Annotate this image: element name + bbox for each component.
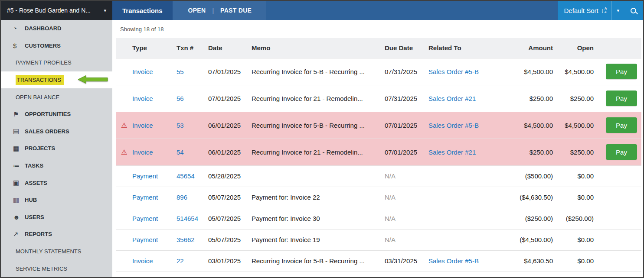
- txn-type-link[interactable]: Payment: [132, 194, 158, 201]
- sort-dropdown-caret[interactable]: ▾: [611, 1, 624, 20]
- header-type: Type: [116, 38, 177, 58]
- txn-date: 07/01/2025: [208, 95, 241, 102]
- txn-open-amount: ($250.00): [566, 215, 594, 222]
- txn-due-date: 07/31/2025: [385, 68, 417, 75]
- txn-due-date: 07/01/2025: [385, 149, 417, 156]
- sidebar-item-label: OPPORTUNITIES: [25, 111, 71, 117]
- txn-open-amount: $0.00: [577, 257, 594, 265]
- sidebar-item-customers[interactable]: $CUSTOMERS: [1, 37, 112, 55]
- txn-memo: Recurring Invoice for 5-B - Recurring ..…: [252, 122, 365, 129]
- txn-number-link[interactable]: 53: [177, 122, 184, 129]
- txn-date: 07/01/2025: [208, 68, 241, 75]
- sales-orders-icon: ▤: [13, 127, 25, 135]
- sidebar-item-label: DASHBOARD: [25, 25, 62, 32]
- tab-transactions[interactable]: Transactions: [112, 1, 173, 20]
- table-row: Invoice2203/01/2025Recurring Invoice for…: [116, 250, 641, 272]
- sidebar-item-sales-orders[interactable]: ▤SALES ORDERS: [1, 123, 112, 140]
- past-due-warning-icon: ⚠: [121, 121, 132, 129]
- txn-number-link[interactable]: 35662: [177, 236, 195, 243]
- account-selector[interactable]: #5 - Rose Bud Garden and N... ▾: [1, 1, 112, 20]
- pay-button[interactable]: Pay: [606, 91, 637, 106]
- pay-button[interactable]: Pay: [606, 117, 637, 133]
- filter-links: OPEN | PAST DUE: [173, 1, 267, 20]
- sidebar-item-monthly-statements[interactable]: MONTHLY STATEMENTS: [1, 243, 112, 260]
- table-row: ⚠Invoice5406/01/2025Recurring Invoice fo…: [116, 139, 641, 165]
- header-due-date: Due Date: [385, 38, 428, 58]
- pay-button[interactable]: Pay: [606, 64, 637, 79]
- sidebar-item-opportunities[interactable]: ⚑OPPORTUNITIES: [1, 106, 112, 123]
- txn-type-link[interactable]: Payment: [132, 172, 158, 180]
- sidebar-item-label: SALES ORDERS: [25, 128, 69, 135]
- related-to-link[interactable]: Sales Order #5-B: [428, 122, 479, 129]
- txn-date: 06/01/2025: [208, 122, 241, 129]
- showing-count: Showing 18 of 18: [120, 26, 643, 32]
- txn-number-link[interactable]: 896: [177, 194, 187, 201]
- txn-number-link[interactable]: 56: [177, 95, 184, 102]
- txn-date: 05/28/2025: [208, 172, 241, 180]
- sidebar-item-users[interactable]: ☻USERS: [1, 209, 112, 226]
- txn-memo: Recurring Invoice for 5-B - Recurring ..…: [252, 257, 365, 265]
- txn-number-link[interactable]: 22: [177, 257, 184, 265]
- sidebar-item-hub[interactable]: ▥HUB: [1, 191, 112, 209]
- transactions-table-body: Invoice5507/01/2025Recurring Invoice for…: [116, 58, 641, 272]
- txn-type-link[interactable]: Invoice: [132, 149, 153, 156]
- txn-due-date: 07/31/2025: [385, 95, 417, 102]
- txn-number-link[interactable]: 54: [177, 149, 184, 156]
- txn-type-link[interactable]: Payment: [132, 236, 158, 243]
- txn-amount: $250.00: [530, 95, 553, 102]
- sidebar-item-payment-profiles[interactable]: PAYMENT PROFILES: [1, 54, 112, 71]
- filter-separator: |: [212, 7, 214, 14]
- sort-button[interactable]: Default Sort ↓ A Z: [558, 1, 611, 20]
- sidebar-item-open-balance[interactable]: OPEN BALANCE: [1, 88, 112, 106]
- topbar-right: Default Sort ↓ A Z ▾: [558, 1, 643, 20]
- txn-type-link[interactable]: Invoice: [132, 68, 153, 75]
- topbar: Transactions OPEN | PAST DUE Default Sor…: [112, 1, 643, 20]
- search-button[interactable]: [624, 1, 643, 20]
- related-to-link[interactable]: Sales Order #21: [428, 95, 476, 102]
- table-row: ⚠Invoice5306/01/2025Recurring Invoice fo…: [116, 112, 641, 139]
- pay-button[interactable]: Pay: [606, 144, 637, 160]
- dashboard-icon: ◔: [13, 25, 25, 32]
- related-to-link[interactable]: Sales Order #5-B: [428, 257, 479, 265]
- txn-number-link[interactable]: 55: [177, 68, 184, 75]
- sidebar-item-assets[interactable]: ▣ASSETS: [1, 174, 112, 191]
- txn-date: 06/01/2025: [208, 149, 241, 156]
- sidebar-item-label: CUSTOMERS: [25, 42, 61, 49]
- table-row: Payment3566205/07/2025Payment for: Invoi…: [116, 229, 641, 250]
- txn-number-link[interactable]: 514654: [177, 215, 198, 222]
- txn-type-link[interactable]: Payment: [132, 215, 158, 222]
- pointer-arrow-icon: [78, 74, 108, 85]
- txn-memo: Payment for: Invoice 30: [252, 215, 320, 222]
- txn-open-amount: $0.00: [577, 194, 594, 201]
- sidebar: #5 - Rose Bud Garden and N... ▾ ◔DASHBOA…: [1, 1, 112, 277]
- txn-memo: Recurring Invoice for 21 - Remodelin...: [252, 95, 363, 102]
- hub-icon: ▥: [13, 196, 25, 204]
- filter-open-link[interactable]: OPEN: [188, 7, 206, 14]
- txn-type-link[interactable]: Invoice: [132, 95, 153, 102]
- transactions-table: Type Txn # Date Memo Due Date Related To…: [116, 38, 641, 272]
- related-to-link[interactable]: Sales Order #21: [428, 149, 476, 156]
- txn-type-link[interactable]: Invoice: [132, 257, 153, 265]
- assets-icon: ▣: [13, 179, 25, 187]
- txn-amount: ($4,500.00): [520, 236, 553, 243]
- sidebar-item-label: PAYMENT PROFILES: [16, 59, 72, 66]
- txn-amount: ($250.00): [525, 215, 553, 222]
- sidebar-item-tasks[interactable]: ≔TASKS: [1, 157, 112, 175]
- sidebar-item-dashboard[interactable]: ◔DASHBOARD: [1, 20, 112, 37]
- sidebar-item-reports[interactable]: ↗REPORTS: [1, 226, 112, 243]
- sidebar-item-projects[interactable]: ▦PROJECTS: [1, 140, 112, 157]
- filter-past-due-link[interactable]: PAST DUE: [220, 7, 252, 14]
- sidebar-item-service-metrics[interactable]: SERVICE METRICS: [1, 260, 112, 277]
- sidebar-item-transactions[interactable]: TRANSACTIONS: [1, 71, 112, 89]
- related-to-link[interactable]: Sales Order #5-B: [428, 68, 479, 75]
- header-amount: Amount: [502, 38, 553, 58]
- customers-icon: $: [13, 42, 25, 49]
- chevron-down-icon: ▾: [617, 8, 619, 13]
- projects-icon: ▦: [13, 145, 25, 152]
- txn-type-link[interactable]: Invoice: [132, 122, 153, 129]
- app-window: #5 - Rose Bud Garden and N... ▾ ◔DASHBOA…: [0, 0, 644, 278]
- txn-number-link[interactable]: 45654: [177, 172, 195, 180]
- txn-memo: Recurring Invoice for 5-B - Recurring ..…: [252, 68, 365, 75]
- sidebar-nav: ◔DASHBOARD$CUSTOMERSPAYMENT PROFILESTRAN…: [1, 20, 112, 277]
- header-date: Date: [208, 38, 252, 58]
